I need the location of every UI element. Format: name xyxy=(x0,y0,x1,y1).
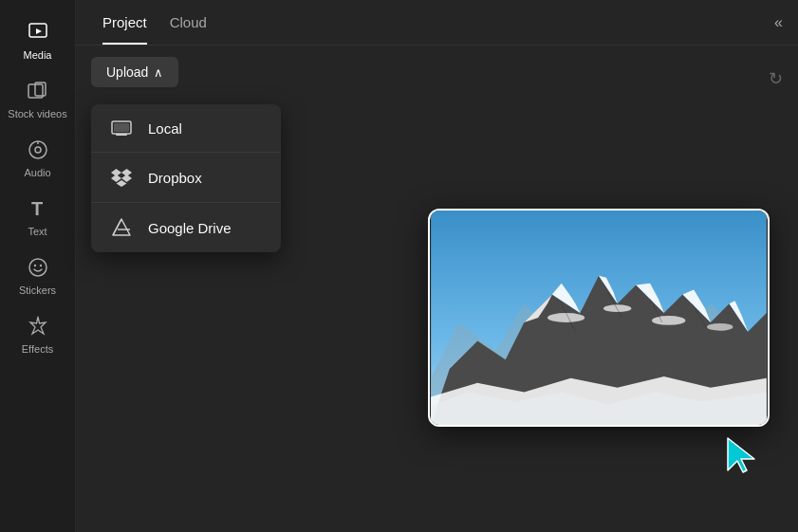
media-icon xyxy=(27,21,49,46)
sidebar: Media Stock videos Audio T Text xyxy=(0,0,76,532)
dropdown-item-google-drive[interactable]: Google Drive xyxy=(91,203,281,252)
svg-point-8 xyxy=(29,259,46,276)
svg-point-34 xyxy=(652,316,685,325)
sidebar-item-stock-videos-label: Stock videos xyxy=(8,109,66,119)
svg-marker-19 xyxy=(117,180,127,187)
sidebar-item-text-label: Text xyxy=(28,227,46,237)
sidebar-item-stickers-label: Stickers xyxy=(19,285,56,296)
main-content: Project Cloud « Upload ∧ ↻ xyxy=(76,0,798,532)
tab-project-label: Project xyxy=(102,14,147,30)
sidebar-item-media[interactable]: Media xyxy=(0,9,75,68)
svg-point-5 xyxy=(35,147,41,153)
sidebar-item-media-label: Media xyxy=(24,50,52,61)
svg-marker-18 xyxy=(121,174,132,182)
dropdown-item-local[interactable]: Local xyxy=(91,104,281,153)
svg-point-9 xyxy=(33,265,35,266)
sidebar-item-stickers[interactable]: Stickers xyxy=(0,245,75,303)
sidebar-item-effects-label: Effects xyxy=(22,344,53,355)
collapse-button[interactable]: « xyxy=(774,14,783,31)
svg-rect-12 xyxy=(114,123,129,132)
local-icon xyxy=(110,119,133,137)
upload-button[interactable]: Upload ∧ xyxy=(91,57,178,87)
google-drive-icon xyxy=(110,218,133,237)
stock-videos-icon xyxy=(27,80,49,105)
svg-line-21 xyxy=(113,219,121,235)
dropbox-icon xyxy=(110,168,133,187)
upload-dropdown: Local Dropbox xyxy=(91,104,281,252)
svg-text:T: T xyxy=(31,198,43,219)
dropdown-item-google-drive-label: Google Drive xyxy=(148,220,232,236)
upload-caret-icon: ∧ xyxy=(154,65,163,80)
svg-point-35 xyxy=(707,323,733,331)
stickers-icon xyxy=(27,256,49,282)
toolbar: Upload ∧ xyxy=(76,46,798,99)
collapse-icon: « xyxy=(774,14,783,31)
upload-label: Upload xyxy=(106,64,148,80)
tab-cloud[interactable]: Cloud xyxy=(158,0,218,45)
svg-marker-20 xyxy=(113,219,130,235)
sidebar-item-effects[interactable]: Effects xyxy=(0,303,75,362)
dropdown-item-local-label: Local xyxy=(148,120,182,137)
sidebar-item-audio[interactable]: Audio xyxy=(0,127,75,186)
sidebar-item-audio-label: Audio xyxy=(24,168,50,178)
refresh-icon: ↻ xyxy=(769,69,783,88)
svg-marker-1 xyxy=(36,28,42,34)
tab-cloud-label: Cloud xyxy=(170,14,207,30)
svg-marker-17 xyxy=(111,174,121,182)
svg-marker-42 xyxy=(728,438,754,472)
image-preview xyxy=(428,209,770,427)
tab-project[interactable]: Project xyxy=(91,0,158,45)
sidebar-item-stock-videos[interactable]: Stock videos xyxy=(0,68,75,127)
svg-point-10 xyxy=(39,265,41,266)
effects-icon xyxy=(27,315,49,340)
dropdown-item-dropbox[interactable]: Dropbox xyxy=(91,153,281,203)
svg-point-32 xyxy=(547,313,585,322)
tab-bar: Project Cloud « xyxy=(76,0,798,46)
mouse-cursor xyxy=(724,434,758,480)
audio-icon xyxy=(27,138,49,164)
sidebar-item-text[interactable]: T Text xyxy=(0,186,75,245)
dropdown-item-dropbox-label: Dropbox xyxy=(148,170,202,186)
refresh-button[interactable]: ↻ xyxy=(769,68,783,89)
text-icon: T xyxy=(27,197,49,223)
